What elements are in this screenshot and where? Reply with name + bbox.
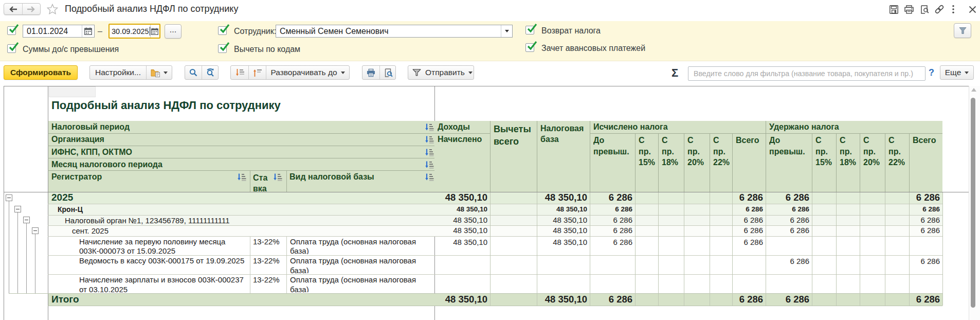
value-cell: 6 286 (592, 237, 632, 255)
value-cell: 6 286 (592, 192, 632, 203)
tree-collapse-toggle[interactable] (14, 206, 21, 212)
tree-collapse-toggle[interactable] (6, 194, 12, 201)
value-cell: 48 350,10 (437, 226, 487, 236)
sort-icon[interactable] (425, 135, 434, 144)
sums-checkbox-label: Суммы до/с превышения (23, 45, 119, 54)
grid-line (860, 133, 860, 192)
grid-line (250, 170, 250, 192)
sort-icon[interactable] (425, 123, 434, 132)
save-icon[interactable] (889, 5, 898, 14)
period-more-button[interactable]: ... (165, 24, 182, 39)
expand-group: Разворачивать до (230, 65, 350, 80)
period-checkbox[interactable] (7, 26, 16, 35)
close-icon[interactable] (968, 5, 977, 14)
grid-line (658, 133, 659, 192)
chevron-down-icon (164, 72, 168, 74)
chevron-down-icon (468, 72, 473, 74)
settings-button[interactable]: Настройки... (90, 66, 146, 79)
combo-dropdown-button[interactable] (501, 30, 512, 32)
employee-checkbox[interactable] (218, 26, 227, 35)
column-subheader: С пр. 18% (840, 135, 858, 171)
settings-group: Настройки... (89, 65, 172, 80)
report-grid: Подробный анализ НДФЛ по сотрудникуНалог… (0, 86, 980, 320)
sort-icon[interactable] (425, 173, 434, 182)
base-kind-cell: Оплата труда (основная налоговая база) (290, 237, 435, 255)
column-header: Налоговый период (51, 122, 380, 133)
search-group (185, 65, 219, 80)
column-line (490, 192, 491, 306)
send-icon (412, 68, 421, 77)
value-cell: 6 286 (768, 226, 809, 236)
row-label: Крон-Ц (58, 204, 431, 215)
sum-sigma-icon[interactable]: Σ (672, 66, 678, 80)
value-cell: 6 286 (911, 216, 940, 225)
kebab-menu-icon[interactable] (951, 5, 955, 14)
scrollbar-thumb[interactable] (971, 98, 975, 308)
sort-icon[interactable] (425, 161, 434, 169)
print-preview-icon[interactable] (920, 5, 929, 14)
sums-checkbox[interactable] (7, 44, 16, 53)
forward-arrow-icon (27, 6, 35, 12)
settings-label: Настройки... (95, 68, 141, 77)
link-icon[interactable] (935, 5, 944, 14)
column-subheader: С пр. 20% (687, 135, 707, 171)
calendar-icon[interactable] (82, 27, 94, 35)
filter-settings-button[interactable] (954, 23, 971, 38)
tree-line (17, 212, 18, 293)
tree-line (35, 234, 35, 293)
rate-cell: 13-22% (253, 237, 284, 255)
employee-combo[interactable]: Сменный Семен Семенович (276, 25, 513, 38)
column-line (658, 192, 659, 306)
value-cell: 6 286 (734, 226, 763, 236)
collapse-levels-button[interactable] (231, 66, 248, 79)
forward-button[interactable] (22, 4, 41, 14)
send-button[interactable]: Отправить (408, 66, 477, 79)
more-group: Еще (940, 65, 974, 80)
value-cell: 6 286 (768, 216, 809, 225)
sort-icon[interactable] (425, 148, 434, 157)
column-subheader: Всего (736, 135, 764, 171)
help-button[interactable]: ? (929, 67, 934, 78)
favorite-star-icon[interactable] (47, 4, 58, 14)
toolbar-preview-button[interactable] (379, 66, 397, 79)
advance-checkbox[interactable] (525, 43, 534, 52)
column-line (732, 192, 733, 306)
expand-to-button[interactable]: Разворачивать до (266, 66, 349, 79)
sort-icon[interactable] (273, 173, 282, 182)
report-toolbar: Сформировать Настройки... (0, 61, 980, 86)
value-cell: 6 286 (734, 237, 763, 255)
period-from-field[interactable]: 01.01.2024 (23, 25, 95, 38)
column-header: Месяц налогового периода (51, 160, 380, 170)
deductions-checkbox[interactable] (218, 44, 227, 53)
period-to-field[interactable]: 30.09.2025 (108, 24, 160, 39)
generate-button[interactable]: Сформировать (4, 65, 78, 80)
value-cell: 6 286 (911, 204, 940, 215)
back-button[interactable] (4, 4, 22, 14)
column-header: Организация (51, 135, 380, 145)
vertical-scrollbar[interactable] (969, 86, 980, 320)
value-cell: 6 286 (734, 294, 763, 305)
column-header: Вид налоговой базы (289, 172, 423, 183)
more-button[interactable]: Еще (940, 66, 973, 79)
value-cell: 48 350,10 (539, 216, 587, 225)
grid-line (490, 121, 491, 192)
preview-icon (384, 68, 393, 77)
search-next-button[interactable] (202, 66, 219, 79)
calendar-icon[interactable] (151, 28, 160, 35)
tree-collapse-toggle[interactable] (32, 227, 39, 234)
print-group (362, 65, 396, 80)
report-variant-icon (151, 68, 160, 77)
print-icon[interactable] (904, 5, 914, 14)
quick-filter-input[interactable] (688, 66, 925, 81)
refund-checkbox[interactable] (525, 26, 534, 34)
rate-cell: 13-22% (253, 256, 284, 273)
grid-line (48, 133, 434, 134)
toolbar-print-button[interactable] (362, 66, 379, 79)
expand-levels-button[interactable] (248, 66, 266, 79)
column-subheader: С пр. 18% (662, 135, 682, 171)
search-button[interactable] (185, 66, 202, 79)
tree-collapse-toggle[interactable] (23, 217, 30, 223)
sort-icon[interactable] (237, 173, 246, 182)
report-variants-button[interactable] (146, 66, 172, 79)
checkmark-icon (219, 24, 230, 34)
